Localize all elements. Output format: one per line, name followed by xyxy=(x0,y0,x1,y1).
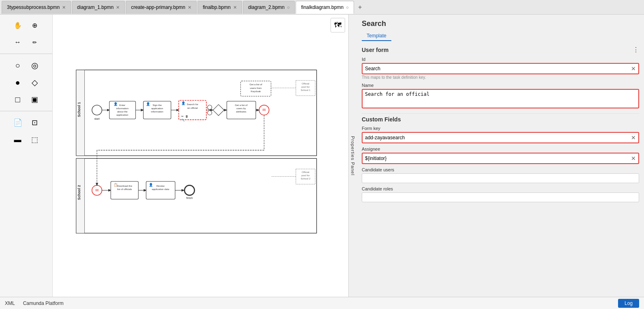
tab-label: finalbp.bpmn xyxy=(203,4,231,10)
left-toolbar: ✋ ⊕ ↔ ✏ ○ ◎ ● ◇ □ ▣ 📄 ⊡ ▬ ⬚ xyxy=(0,15,53,297)
tab-diagram2[interactable]: diagram_2.bpmn ○ xyxy=(243,1,295,14)
svg-text:Keycloak: Keycloak xyxy=(251,90,261,93)
tab-3typessubprocess[interactable]: 3typessubprocess.bpmn ✕ xyxy=(2,1,71,14)
main-area: ✋ ⊕ ↔ ✏ ○ ◎ ● ◇ □ ▣ 📄 ⊡ ▬ ⬚ 🗺 xyxy=(0,15,644,297)
svg-text:School 2: School 2 xyxy=(301,177,310,180)
svg-text:information: information xyxy=(151,110,163,113)
tab-finalkdiagram[interactable]: finalkdiagram.bpmn ○ xyxy=(296,1,354,14)
circle-fill-tool[interactable]: ● xyxy=(11,75,25,90)
tab-create-app[interactable]: create-app-primary.bpmn ✕ xyxy=(126,1,197,14)
svg-point-66 xyxy=(185,185,195,195)
bottom-bar-left: XML Camunda Platform xyxy=(5,300,64,306)
id-field-hint: This maps to the task definition key. xyxy=(362,75,639,80)
svg-text:🔧: 🔧 xyxy=(181,118,185,122)
svg-text:information: information xyxy=(116,107,129,110)
tab-label: diagram_2.bpmn xyxy=(248,4,285,10)
id-field-wrapper: ✕ xyxy=(362,63,639,74)
svg-text:list of officials: list of officials xyxy=(117,188,132,190)
assignee-input[interactable] xyxy=(365,156,629,161)
user-form-section-title: User form xyxy=(362,47,389,53)
svg-marker-26 xyxy=(213,104,224,115)
doc-tool[interactable]: 📄 xyxy=(11,115,25,130)
assignee-clear-button[interactable]: ✕ xyxy=(631,155,636,162)
svg-text:start: start xyxy=(94,117,99,120)
name-field-wrapper xyxy=(362,89,639,108)
circle-outline-tool[interactable]: ○ xyxy=(11,58,25,73)
svg-text:application: application xyxy=(116,113,129,116)
svg-text:Official: Official xyxy=(302,82,309,85)
rect-tool[interactable]: □ xyxy=(11,92,25,107)
svg-text:finish: finish xyxy=(186,197,193,199)
tab-close[interactable]: ○ xyxy=(287,5,290,10)
tab-close[interactable]: ○ xyxy=(346,5,349,10)
svg-text:✂: ✂ xyxy=(181,115,184,118)
properties-panel-tab[interactable]: Properties Panel xyxy=(348,15,357,297)
canvas-area[interactable]: 🗺 School 1 start Enter information about… xyxy=(53,15,348,297)
cross-tool[interactable]: ⊕ xyxy=(28,18,42,32)
tab-finalbp[interactable]: finalbp.bpmn ✕ xyxy=(197,1,242,14)
svg-text:Get a list of: Get a list of xyxy=(235,104,247,106)
candidate-roles-label: Candidate roles xyxy=(362,186,639,191)
candidate-roles-wrapper xyxy=(362,192,639,202)
hand-tool[interactable]: ✋ xyxy=(11,18,25,32)
template-tab[interactable]: Template xyxy=(362,31,391,41)
draw-tool[interactable]: ✏ xyxy=(28,35,42,50)
name-textarea[interactable] xyxy=(365,91,636,106)
diamond-tool[interactable]: ◇ xyxy=(28,75,42,90)
arrow-h-tool[interactable]: ↔ xyxy=(11,35,25,50)
platform-label: Camunda Platform xyxy=(23,300,64,306)
id-field-label: Id xyxy=(362,57,639,62)
candidate-users-wrapper xyxy=(362,173,639,183)
tab-close[interactable]: ✕ xyxy=(233,5,237,10)
svg-text:School 2: School 2 xyxy=(77,185,81,200)
svg-text:School 1: School 1 xyxy=(301,89,310,91)
custom-fields-section-title: Custom Fields xyxy=(362,116,639,123)
dashed-rect-tool[interactable]: ⬚ xyxy=(28,132,42,147)
svg-text:👤: 👤 xyxy=(181,101,186,106)
properties-panel-tab-label: Properties Panel xyxy=(350,136,355,175)
tab-close[interactable]: ✕ xyxy=(188,5,191,10)
candidate-users-label: Candidate users xyxy=(362,167,639,172)
svg-text:application data: application data xyxy=(152,188,170,190)
cylinder-tool[interactable]: ⊡ xyxy=(28,115,42,130)
svg-text:Search for: Search for xyxy=(187,103,198,106)
bottom-bar: XML Camunda Platform Log xyxy=(0,297,644,309)
circle-dashed-tool[interactable]: ◎ xyxy=(28,58,42,73)
add-tab-button[interactable]: + xyxy=(355,2,365,13)
rect2-tool[interactable]: ▬ xyxy=(11,132,25,147)
xml-label[interactable]: XML xyxy=(5,300,15,306)
form-key-label: Form key xyxy=(362,126,639,131)
diagram-canvas: School 1 start Enter information about t… xyxy=(53,15,348,297)
tab-close[interactable]: ✕ xyxy=(62,5,66,10)
log-button[interactable]: Log xyxy=(618,299,639,308)
id-input[interactable] xyxy=(365,66,629,71)
svg-text:✉: ✉ xyxy=(262,108,266,112)
panel-title: Search xyxy=(362,19,639,28)
rect-corner-tool[interactable]: ▣ xyxy=(28,92,42,107)
svg-text:users by: users by xyxy=(236,107,246,110)
svg-point-3 xyxy=(92,105,102,115)
svg-text:👤: 👤 xyxy=(114,102,118,106)
svg-text:School 1: School 1 xyxy=(77,102,81,117)
svg-text:pool for: pool for xyxy=(301,174,309,177)
svg-text:pool for: pool for xyxy=(301,85,309,88)
candidate-roles-input[interactable] xyxy=(365,194,636,200)
panel-tab-row: Template xyxy=(362,31,639,41)
svg-text:Review: Review xyxy=(157,184,165,187)
tab-close[interactable]: ✕ xyxy=(116,5,120,10)
svg-text:users from: users from xyxy=(250,86,262,89)
candidate-users-input[interactable] xyxy=(365,175,636,181)
assignee-wrapper: ✕ xyxy=(362,153,639,164)
form-key-input[interactable] xyxy=(365,135,629,140)
name-field-label: Name xyxy=(362,83,639,88)
tab-label: diagram_1.bpmn xyxy=(77,4,114,10)
svg-text:Enter: Enter xyxy=(119,104,125,106)
tab-label: 3typessubprocess.bpmn xyxy=(7,4,60,10)
svg-text:🗑: 🗑 xyxy=(185,115,188,118)
form-key-clear-button[interactable]: ✕ xyxy=(631,134,636,141)
id-clear-button[interactable]: ✕ xyxy=(631,65,636,72)
user-form-menu-icon[interactable]: ⋮ xyxy=(633,46,639,54)
svg-text:Sign the: Sign the xyxy=(152,104,162,106)
tab-diagram1[interactable]: diagram_1.bpmn ✕ xyxy=(72,1,125,14)
svg-text:application: application xyxy=(151,107,163,110)
